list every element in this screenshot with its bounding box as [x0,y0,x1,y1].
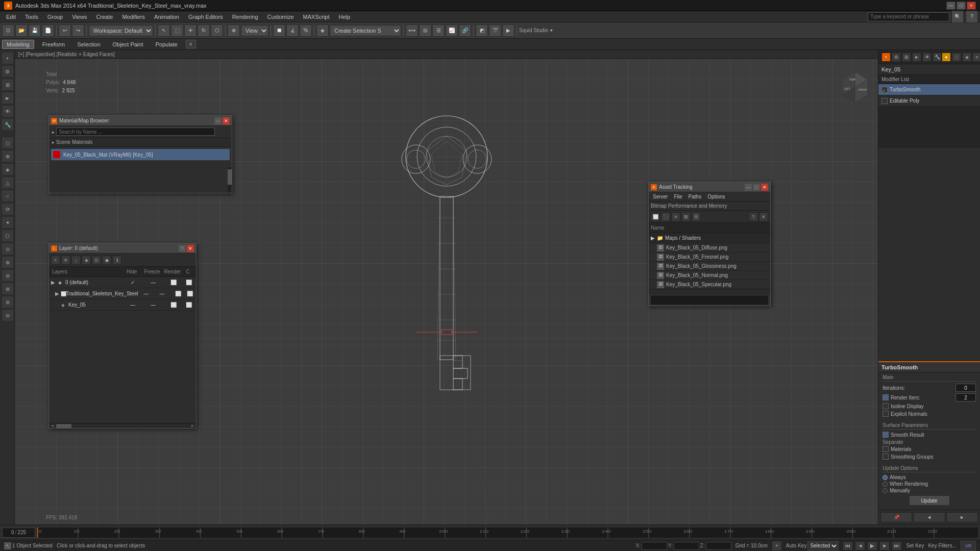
sidebar-s6[interactable]: ⟳ [2,203,14,215]
rp-icon-display[interactable]: 👁 [922,53,932,62]
mirror-button[interactable]: ⟺ [406,24,418,37]
reference-coord-button[interactable]: ⊕ [228,24,240,37]
ts-isoline-checkbox[interactable] [883,403,889,409]
menu-tools[interactable]: Tools [21,13,42,21]
layer-button[interactable]: ☰ [432,24,445,37]
layer-manager-scrollbar[interactable]: ◄ ► [49,423,196,428]
named-selection-button[interactable]: ◈ [316,24,329,37]
lm-hide-check-skeleton[interactable]: — [138,291,154,296]
sidebar-motion-icon[interactable]: ► [2,92,14,104]
angle-snap-button[interactable]: ∡ [286,24,299,37]
prev-frame-button[interactable]: ◄ [855,541,865,550]
view-dropdown[interactable]: View [241,25,268,36]
menu-help[interactable]: Help [335,13,355,21]
select-button[interactable]: ↖ [158,24,170,37]
close-button[interactable]: ✕ [967,2,976,10]
curve-editor-button[interactable]: 📈 [446,24,458,37]
render-setup-button[interactable]: 🎬 [489,24,501,37]
rp-icon-modify[interactable]: ⚙ [892,53,901,62]
menu-views[interactable]: Views [68,13,91,21]
sidebar-s1[interactable]: ◻ [2,137,14,149]
ts-explicit-checkbox[interactable] [883,411,889,417]
sidebar-s10[interactable]: ⊗ [2,256,14,268]
sidebar-display-icon[interactable]: 👁 [2,105,14,117]
editable-poly-checkbox[interactable] [881,98,888,104]
next-frame-button[interactable]: ► [879,541,890,550]
rp-icon-hierarchy[interactable]: ⊞ [902,53,911,62]
ts-iterations-input[interactable] [955,384,976,392]
mat-scroll-thumb[interactable] [228,169,232,185]
rp-icon-create[interactable]: + [881,53,891,62]
at-menu-options[interactable]: Options [705,194,727,199]
percent-snap-button[interactable]: % [300,24,312,37]
rp-arrow-l-button[interactable]: ◄ [913,512,945,522]
mat-item[interactable]: Key_05_Black_Mat (VRayMtl) [Key_05] [51,149,230,160]
status-y-input[interactable] [674,542,699,550]
mat-scrollbar[interactable] [228,167,232,193]
menu-animation[interactable]: Animation [150,13,183,21]
ts-materials-checkbox[interactable] [883,446,889,452]
object-paint-tab[interactable]: Object Paint [109,40,148,48]
layer-row-skeleton[interactable]: ▶ ⬜ Traditional_Skeleton_Key_Steel — — ⬜… [49,288,196,299]
asset-tracking-close[interactable]: ✕ [761,184,768,191]
lm-scroll-right[interactable]: ► [189,423,196,428]
sidebar-create-icon[interactable]: + [2,52,14,64]
status-autokey-dropdown[interactable]: Selected [807,541,839,550]
modifier-editable-poly[interactable]: Editable Poly [878,95,980,107]
viewport-canvas[interactable]: Total Polys: 4 848 Verts: 2 825 FPS: 392… [15,59,878,524]
lm-scrollbar-track[interactable] [56,424,189,428]
layer-row-key05[interactable]: ◈ Key_05 — — ⬜ ⬜ [49,299,196,311]
menu-create[interactable]: Create [92,13,117,21]
new-scene-button[interactable]: 🗋 [2,24,14,37]
lm-scroll-left[interactable]: ◄ [49,423,56,428]
snap-toggle-button[interactable]: 🔲 [273,24,285,37]
sidebar-s11[interactable]: ⊘ [2,269,14,282]
timeline[interactable]: 0 / 225 0 10 20 30 40 50 60 70 80 90 [0,524,980,540]
search-button[interactable]: 🔍 [951,11,964,23]
timeline-bar[interactable]: 0 10 20 30 40 50 60 70 80 90 100 110 120 [37,528,978,538]
sidebar-s12[interactable]: ⊛ [2,283,14,295]
selection-tab[interactable]: Selection [73,40,104,48]
go-start-button[interactable]: ⏮ [843,541,853,550]
lm-select-btn[interactable]: ◈ [82,256,91,265]
at-item-normal[interactable]: 🖼 Key_Black_05_Normal.png [649,271,770,280]
material-editor-button[interactable]: ◩ [476,24,488,37]
nav-cube[interactable]: TOP LEFT FRONT [837,69,873,105]
lm-hide-check-default[interactable]: ✓ [122,280,143,285]
status-z-input[interactable] [706,542,731,550]
schematic-button[interactable]: 🔗 [459,24,471,37]
align-button[interactable]: ⊟ [419,24,431,37]
sidebar-s13[interactable]: ⊜ [2,296,14,308]
timeline-current-frame[interactable]: 0 / 225 [2,528,35,538]
scale-button[interactable]: ⬡ [211,24,223,37]
asset-tracking-maximize[interactable]: □ [753,184,760,191]
play-button[interactable]: ▶ [867,541,877,550]
move-button[interactable]: ✛ [184,24,197,37]
help-button[interactable]: ? [966,11,978,23]
lm-render-check-skeleton[interactable]: ⬜ [170,291,186,296]
lm-current-btn[interactable]: ⊙ [92,256,101,265]
menu-edit[interactable]: Edit [2,13,20,21]
at-close-btn[interactable]: ✕ [759,212,768,221]
lm-freeze-check-skeleton[interactable]: — [154,291,170,296]
save-as-button[interactable]: 📄 [42,24,54,37]
maximize-button[interactable]: □ [957,2,966,10]
create-selection-dropdown[interactable]: Create Selection S [330,25,401,36]
ts-when-rendering-radio[interactable] [883,482,888,487]
help-search-input[interactable] [868,12,949,21]
ts-render-iters-checkbox[interactable] [883,394,889,400]
minimize-button[interactable]: — [946,2,955,10]
menu-modifiers[interactable]: Modifiers [118,13,149,21]
layer-row-default[interactable]: ▶ ◆ 0 (default) ✓ — ⬜ ⬜ [49,277,196,288]
lm-highlight-btn[interactable]: ◆ [102,256,111,265]
turbosmooth-checkbox[interactable] [881,87,888,93]
rotate-button[interactable]: ↻ [198,24,210,37]
lm-render-check-default[interactable]: ⬜ [163,280,184,285]
sidebar-modify-icon[interactable]: ⚙ [2,65,14,78]
ts-always-radio[interactable] [883,475,888,480]
at-group-maps[interactable]: ▶ 📁 Maps / Shaders [649,233,770,243]
lm-hide-check-key05[interactable]: — [122,302,143,308]
redo-button[interactable]: ↪ [72,24,84,37]
rp-color-icon-1[interactable]: ● [942,53,951,62]
lm-add-sel-btn[interactable]: ↓ [71,256,81,265]
